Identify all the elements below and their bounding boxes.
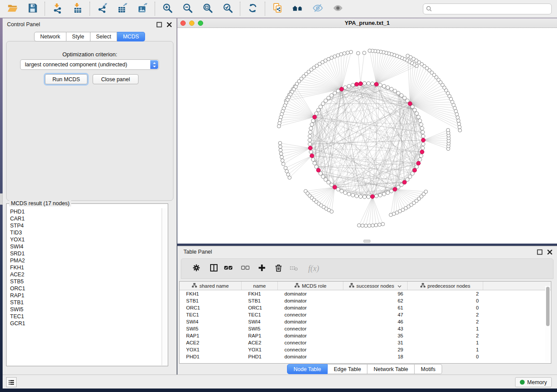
- table-row[interactable]: SWI5SWI5connector431: [180, 325, 551, 332]
- mcds-result-item[interactable]: PMA2: [7, 257, 162, 264]
- network-node[interactable]: [378, 223, 381, 227]
- tab-select[interactable]: Select: [90, 32, 118, 41]
- network-node[interactable]: [278, 141, 282, 145]
- table-row[interactable]: YOX1YOX1connector291: [180, 346, 551, 353]
- table-row[interactable]: STB1STB1dominator620: [180, 297, 551, 304]
- network-node[interactable]: [308, 134, 311, 138]
- network-node[interactable]: [378, 193, 382, 197]
- table-row[interactable]: ACE2ACE2connector311: [180, 339, 551, 346]
- network-node[interactable]: [317, 108, 320, 112]
- zoom-in-button[interactable]: [161, 3, 173, 15]
- network-node[interactable]: [279, 148, 282, 152]
- network-node[interactable]: [364, 224, 368, 227]
- network-node[interactable]: [390, 189, 393, 193]
- network-node[interactable]: [361, 224, 364, 227]
- mcds-result-item[interactable]: SRD1: [7, 250, 162, 257]
- network-node[interactable]: [285, 169, 288, 173]
- network-hub-node[interactable]: [308, 146, 312, 150]
- network-hub-node[interactable]: [316, 168, 320, 172]
- tab-motifs[interactable]: Motifs: [415, 364, 442, 374]
- create-column-button[interactable]: [256, 264, 267, 274]
- network-node[interactable]: [277, 124, 281, 128]
- network-node[interactable]: [458, 129, 462, 132]
- network-node[interactable]: [347, 192, 351, 196]
- network-node[interactable]: [336, 187, 340, 191]
- network-node[interactable]: [347, 84, 351, 88]
- tab-node-table[interactable]: Node Table: [287, 364, 328, 374]
- network-node[interactable]: [403, 96, 406, 100]
- show-columns-button[interactable]: [208, 264, 219, 274]
- network-canvas[interactable]: [177, 28, 557, 244]
- network-node[interactable]: [397, 186, 400, 189]
- network-node[interactable]: [280, 155, 284, 159]
- network-node[interactable]: [457, 119, 460, 122]
- network-node[interactable]: [382, 84, 386, 88]
- network-node[interactable]: [370, 82, 374, 86]
- zoom-selected-button[interactable]: [221, 3, 234, 15]
- mcds-list-scrollbar[interactable]: [162, 208, 167, 365]
- network-node[interactable]: [408, 175, 412, 178]
- mcds-result-item[interactable]: ORC1: [7, 285, 162, 292]
- search-input[interactable]: [423, 3, 552, 14]
- network-node[interactable]: [309, 127, 313, 130]
- network-hub-node[interactable]: [333, 185, 337, 189]
- network-node[interactable]: [422, 142, 425, 146]
- network-node[interactable]: [336, 54, 340, 57]
- network-node[interactable]: [279, 152, 283, 155]
- network-node[interactable]: [324, 178, 327, 181]
- network-node[interactable]: [330, 210, 333, 213]
- tab-edge-table[interactable]: Edge Table: [328, 364, 367, 374]
- network-node[interactable]: [336, 89, 340, 93]
- column-header-MCDS-role[interactable]: MCDS role: [278, 282, 343, 290]
- table-scrollbar-thumb[interactable]: [546, 287, 550, 326]
- network-node[interactable]: [418, 158, 422, 161]
- network-node[interactable]: [368, 49, 371, 52]
- network-node[interactable]: [419, 154, 423, 158]
- network-node[interactable]: [367, 195, 370, 199]
- network-node[interactable]: [310, 123, 314, 126]
- network-node[interactable]: [311, 119, 315, 122]
- mcds-result-item[interactable]: SWI5: [7, 306, 162, 313]
- memory-button[interactable]: Memory: [515, 377, 552, 387]
- mcds-result-item[interactable]: STB1: [7, 299, 162, 306]
- float-window-icon[interactable]: [537, 249, 543, 255]
- network-node[interactable]: [393, 89, 397, 93]
- delete-table-button[interactable]: [288, 264, 299, 274]
- float-window-icon[interactable]: [156, 22, 162, 28]
- network-hub-node[interactable]: [313, 115, 317, 119]
- mcds-result-item[interactable]: ACE2: [7, 271, 162, 278]
- network-node[interactable]: [378, 83, 382, 87]
- network-node[interactable]: [406, 54, 409, 58]
- network-node[interactable]: [343, 191, 347, 194]
- network-node[interactable]: [308, 138, 311, 142]
- table-row[interactable]: FKH1FKH1dominator962: [180, 290, 551, 297]
- table-mode-button[interactable]: [191, 264, 201, 274]
- tab-network[interactable]: Network: [34, 32, 66, 41]
- network-node[interactable]: [315, 112, 318, 115]
- optimization-criterion-select[interactable]: largest connected component (undirected): [20, 59, 159, 70]
- network-node[interactable]: [349, 50, 353, 54]
- network-node[interactable]: [351, 83, 354, 87]
- network-node[interactable]: [279, 145, 282, 148]
- select-all-button[interactable]: [223, 264, 233, 274]
- zoom-fit-button[interactable]: [201, 3, 214, 15]
- network-node[interactable]: [363, 51, 366, 55]
- tab-network-table[interactable]: Network Table: [367, 364, 415, 374]
- network-node[interactable]: [313, 162, 316, 165]
- close-panel-icon[interactable]: [547, 249, 553, 255]
- table-row[interactable]: ORC1ORC1dominator610: [180, 304, 551, 311]
- table-row[interactable]: RAP1RAP1dominator352: [180, 332, 551, 339]
- deselect-all-button[interactable]: [240, 264, 250, 274]
- network-node[interactable]: [330, 93, 333, 97]
- network-node[interactable]: [363, 82, 366, 85]
- network-node[interactable]: [333, 91, 336, 95]
- network-node[interactable]: [390, 87, 393, 91]
- network-node[interactable]: [309, 150, 313, 154]
- network-hub-node[interactable]: [393, 187, 397, 191]
- network-node[interactable]: [356, 52, 360, 55]
- network-node[interactable]: [417, 115, 420, 119]
- hide-selected-button[interactable]: [311, 3, 324, 15]
- vertical-splitter-handle[interactable]: [0, 193, 3, 205]
- network-node[interactable]: [420, 127, 424, 130]
- network-node[interactable]: [343, 52, 346, 55]
